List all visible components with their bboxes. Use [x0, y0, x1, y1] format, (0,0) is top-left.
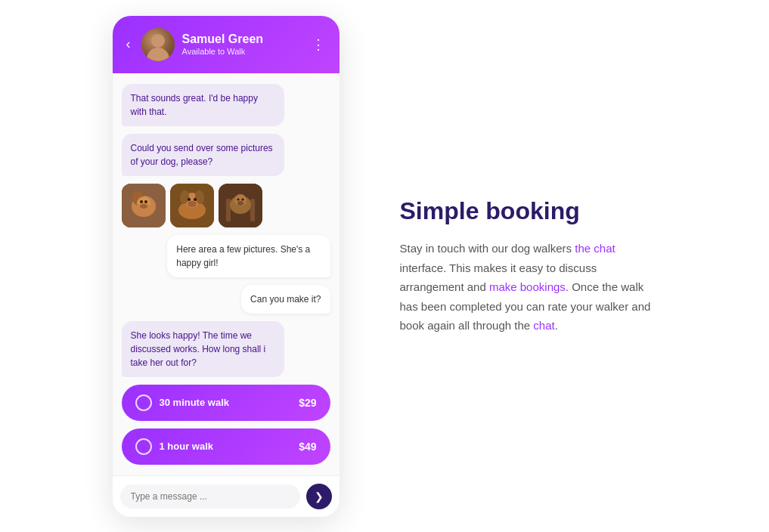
walk-option-price-1: $29	[299, 397, 316, 409]
walk-option-price-2: $49	[299, 441, 316, 453]
walker-name: Samuel Green	[182, 32, 301, 46]
svg-point-21	[237, 198, 239, 200]
svg-point-13	[188, 198, 191, 201]
chat-body: That sounds great. I'd be happy with tha…	[113, 73, 340, 475]
back-button[interactable]: ‹	[123, 33, 134, 55]
dog-photos-row	[122, 184, 262, 227]
phone-mockup: ‹ Samuel Green Available to Walk ⋮ That …	[113, 16, 340, 517]
highlight-chat-2: chat	[533, 319, 554, 332]
walk-option-label-1: 30 minute walk	[160, 397, 292, 408]
dog-photo-1	[122, 184, 166, 227]
message-sent-2: Can you make it?	[241, 285, 330, 314]
avatar-image	[141, 28, 175, 61]
message-received-3: She looks happy! The time we discussed w…	[122, 321, 284, 377]
message-sent-1: Here area a few pictures. She's a happy …	[167, 235, 330, 277]
svg-point-6	[144, 200, 147, 203]
svg-point-15	[188, 201, 197, 207]
dog-photo-3	[219, 184, 262, 227]
send-icon: ❯	[315, 490, 324, 503]
right-panel: Simple booking Stay in touch with our do…	[400, 196, 657, 336]
right-panel-description: Stay in touch with our dog walkers the c…	[400, 239, 657, 336]
highlight-chat: the chat	[575, 242, 615, 255]
more-menu-button[interactable]: ⋮	[309, 33, 329, 56]
svg-point-5	[140, 200, 143, 203]
avatar	[141, 28, 175, 61]
walk-option-radio-2	[135, 438, 152, 455]
svg-point-23	[237, 201, 243, 206]
svg-rect-18	[250, 199, 255, 221]
send-button[interactable]: ❯	[306, 484, 332, 509]
walk-option-30min[interactable]: 30 minute walk $29	[122, 385, 330, 421]
message-received-1: That sounds great. I'd be happy with tha…	[122, 84, 284, 126]
walk-option-label-2: 1 hour walk	[160, 441, 292, 452]
chat-header: ‹ Samuel Green Available to Walk ⋮	[113, 16, 340, 73]
message-input[interactable]	[120, 484, 300, 509]
message-received-2: Could you send over some pictures of you…	[122, 134, 284, 176]
header-info: Samuel Green Available to Walk	[182, 32, 301, 56]
svg-point-22	[241, 198, 243, 200]
walk-option-radio-1	[135, 394, 152, 411]
highlight-bookings: make bookings	[489, 280, 566, 293]
walker-status: Available to Walk	[182, 47, 301, 56]
chat-input-area: ❯	[113, 475, 340, 517]
svg-point-7	[140, 204, 147, 209]
right-panel-title: Simple booking	[400, 196, 657, 225]
dog-photo-2	[170, 184, 214, 227]
svg-point-14	[194, 198, 197, 201]
page-wrapper: ‹ Samuel Green Available to Walk ⋮ That …	[0, 0, 769, 532]
walk-option-1hour[interactable]: 1 hour walk $49	[122, 428, 330, 465]
svg-rect-17	[226, 199, 231, 221]
